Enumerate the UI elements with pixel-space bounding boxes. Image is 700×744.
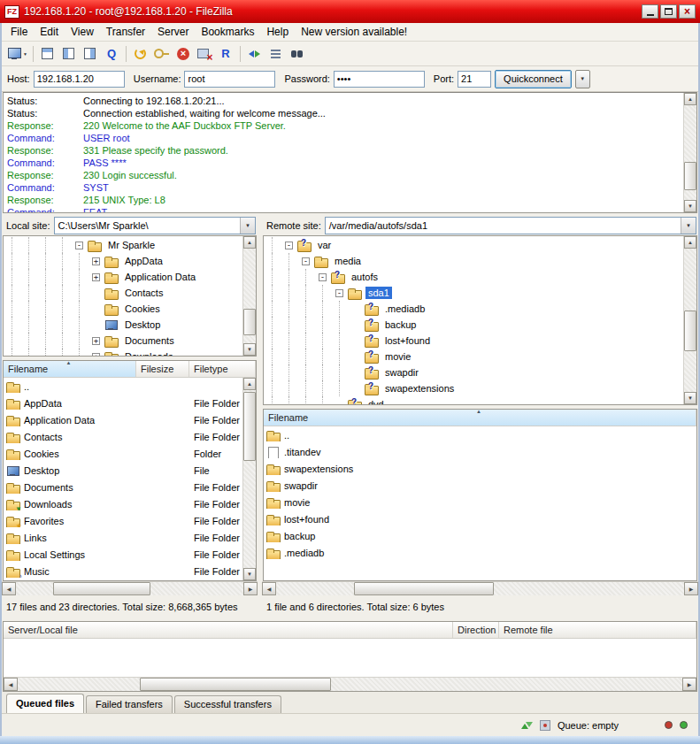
process-queue-button[interactable] [151,44,173,64]
password-input[interactable] [334,71,425,88]
tree-item-downloads[interactable]: +Downloads [4,349,242,356]
tree-item-application-data[interactable]: +Application Data [4,269,242,285]
tree-item-documents[interactable]: +Documents [4,333,242,349]
expander-minus[interactable]: - [71,242,88,249]
tree-item-label[interactable]: Cookies [122,303,163,315]
tree-item-label[interactable]: dvd [365,398,387,404]
vertical-scrollbar[interactable]: ▲▼ [683,236,696,404]
tree-item-label[interactable]: lost+found [382,334,433,347]
local-file-row-desktop[interactable]: DesktopFile [4,462,242,479]
scroll-down-button[interactable]: ▼ [243,568,256,580]
local-column-header-filetype[interactable]: Filetype [189,361,256,377]
scroll-up-button[interactable]: ▲ [684,93,696,105]
directory-comparison-button[interactable] [244,44,265,64]
scroll-left-button[interactable]: ◀ [2,582,16,595]
local-file-row-favorites[interactable]: ★FavoritesFile Folder [4,512,242,529]
tab-failed-transfers[interactable]: Failed transfers [86,695,173,713]
remote-horizontal-scrollbar[interactable]: ◀▶ [262,581,698,595]
tree-item-lost-found[interactable]: ?lost+found [264,333,682,349]
scroll-track[interactable] [276,582,684,595]
tree-item-label[interactable]: swapextensions [382,382,457,395]
tree-item-appdata[interactable]: +AppData [4,253,242,269]
minimize-button[interactable] [642,4,658,19]
tree-item-label[interactable]: Documents [122,334,177,347]
reconnect-button[interactable]: R [215,44,236,64]
tree-item-label[interactable]: sda1 [365,287,392,299]
scroll-track[interactable] [16,582,243,595]
tree-item-backup[interactable]: ?backup [264,317,682,333]
local-file-row-links[interactable]: LinksFile Folder [4,529,242,546]
queue-column-header-remote-file[interactable]: Remote file [499,622,696,638]
tree-item-movie[interactable]: ?movie [264,349,682,364]
queue-horizontal-scrollbar[interactable]: ◀▶ [4,677,696,691]
encryption-icon[interactable] [540,720,550,731]
tree-item-contacts[interactable]: Contacts [4,285,242,301]
local-site-combo[interactable]: C:\Users\Mr Sparkle\ ▼ [54,217,256,234]
vertical-scrollbar[interactable]: ▲▼ [683,93,696,212]
quickconnect-button[interactable]: Quickconnect [495,70,572,88]
scroll-track[interactable] [243,390,256,568]
tree-item-dvd[interactable]: ?dvd [264,396,682,404]
scroll-thumb[interactable] [354,582,494,595]
scroll-thumb[interactable] [243,392,256,461]
local-file-row-cookies[interactable]: CookiesFolder [4,445,242,462]
toggle-message-log-button[interactable] [37,44,58,64]
tree-item-media[interactable]: -media [264,253,682,269]
port-input[interactable] [458,71,491,88]
local-file-row-item[interactable]: .. [4,378,242,395]
vertical-scrollbar[interactable]: ▲▼ [242,236,256,356]
tree-item-swapdir[interactable]: ?swapdir [264,364,682,380]
tab-queued-files[interactable]: Queued files [6,694,84,713]
scroll-thumb[interactable] [140,678,331,691]
scroll-track[interactable] [18,678,682,691]
tree-item-desktop[interactable]: Desktop [4,317,242,333]
remote-file-row-swapdir[interactable]: swapdir [264,477,696,494]
tree-item-label[interactable]: Application Data [122,271,198,283]
tab-successful-transfers[interactable]: Successful transfers [174,695,281,713]
tree-item-label[interactable]: swapdir [382,366,421,379]
scroll-up-button[interactable]: ▲ [243,378,256,390]
scroll-thumb[interactable] [243,309,256,335]
tree-item-label[interactable]: var [315,239,334,251]
tree-item-swapextensions[interactable]: ?swapextensions [264,380,682,396]
scroll-right-button[interactable]: ▶ [243,582,258,595]
local-file-row-music[interactable]: ♪MusicFile Folder [4,563,242,579]
menu-file[interactable]: File [4,24,34,40]
menu-view[interactable]: View [65,24,100,40]
expander-plus[interactable]: + [88,273,104,281]
scroll-right-button[interactable]: ▶ [682,678,696,691]
find-files-button[interactable] [287,44,308,64]
tree-item-label[interactable]: Downloads [122,350,175,356]
scroll-right-button[interactable]: ▶ [684,582,698,595]
scroll-thumb[interactable] [53,582,150,595]
local-file-row-application-data[interactable]: Application DataFile Folder [4,411,242,428]
scroll-track[interactable] [684,249,696,392]
maximize-button[interactable] [660,4,677,19]
expander-plus[interactable]: + [88,353,104,357]
tree-item-label[interactable]: movie [382,350,413,363]
toggle-local-tree-button[interactable] [58,44,80,64]
expander-minus[interactable]: - [297,257,314,265]
titlebar[interactable]: FZ 192.168.1.20 - root@192.168.1.20 - Fi… [0,0,700,23]
remote-file-row-lost-found[interactable]: lost+found [264,510,696,527]
combo-dropdown-icon[interactable]: ▼ [240,218,255,234]
menu-transfer[interactable]: Transfer [100,24,151,40]
local-file-row-local-settings[interactable]: Local SettingsFile Folder [4,546,242,563]
tree-item-mr-sparkle[interactable]: -Mr Sparkle [4,237,242,253]
tree-item-label[interactable]: Mr Sparkle [105,239,158,251]
scroll-left-button[interactable]: ◀ [262,582,276,595]
close-button[interactable]: × [679,4,696,19]
local-file-row-downloads[interactable]: ▼DownloadsFile Folder [4,495,242,512]
remote-column-header-filename[interactable]: Filename▲ [264,410,696,426]
refresh-button[interactable] [130,44,151,64]
remote-file-row-mediadb[interactable]: .mediadb [264,544,696,561]
tree-item-label[interactable]: Desktop [122,318,163,331]
local-column-header-filesize[interactable]: Filesize [136,361,189,377]
menu-new-version-available[interactable]: New version available! [295,24,413,40]
queue-column-header-server-local-file[interactable]: Server/Local file [4,622,453,638]
queue-body[interactable] [4,639,696,677]
remote-file-row-item[interactable]: .. [264,426,696,443]
remote-file-row-swapextensions[interactable]: swapextensions [264,460,696,477]
remote-file-row-movie[interactable]: movie [264,494,696,510]
tree-item-label[interactable]: .mediadb [382,303,427,315]
